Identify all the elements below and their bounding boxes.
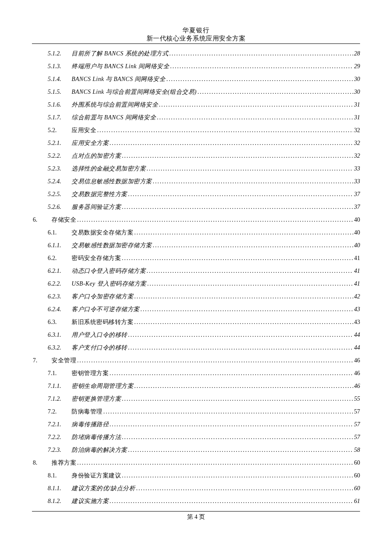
toc-entry[interactable]: 6.3.1.用户登入口令的移转44 — [32, 329, 360, 341]
toc-number: 6.2.4. — [48, 303, 72, 316]
toc-title: 终端用户与 BANCS Link 间网络安全 — [72, 60, 169, 73]
toc-entry[interactable]: 6.2.3.客户口令加密存储方案42 — [32, 290, 360, 303]
toc-leader-dots — [134, 380, 353, 393]
toc-number: 5.1.4. — [48, 73, 72, 86]
toc-entry[interactable]: 7.安全管理46 — [32, 354, 360, 367]
header-rule — [32, 43, 360, 44]
toc-title: 点对点的加密方案 — [72, 150, 121, 162]
toc-entry[interactable]: 5.2.1.应用安全方案32 — [32, 137, 360, 150]
toc-leader-dots — [169, 47, 353, 60]
toc-entry[interactable]: 7.1.1.密钥生命周期管理方案46 — [32, 380, 360, 393]
toc-page-number: 32 — [354, 137, 360, 150]
toc-entry[interactable]: 7.1.密钥管理方案46 — [32, 367, 360, 380]
toc-page-number: 28 — [354, 47, 360, 60]
toc-number: 7.2.3. — [48, 444, 72, 457]
toc-number: 7.1.2. — [48, 393, 72, 405]
toc-number: 6.2.2. — [48, 278, 72, 290]
toc-number: 6.3.1. — [48, 329, 72, 341]
toc-entry[interactable]: 5.2.3.选择性的金融交易加密方案33 — [32, 162, 360, 175]
toc-page-number: 41 — [354, 278, 360, 290]
toc-entry[interactable]: 6.1.1.交易敏感性数据加密存储方案40 — [32, 239, 360, 252]
footer-rule — [32, 511, 360, 512]
toc-page-number: 32 — [354, 150, 360, 162]
toc-leader-dots — [77, 214, 353, 226]
toc-number: 7.2.2. — [48, 431, 72, 444]
toc-title: BANCS Link 与综合前置间网络安全(组合交易) — [72, 86, 197, 98]
toc-leader-dots — [122, 469, 353, 482]
toc-leader-dots — [122, 393, 353, 405]
toc-entry[interactable]: 7.2.防病毒管理57 — [32, 405, 360, 418]
toc-entry[interactable]: 5.2.4.交易信息敏感性数据加密方案33 — [32, 175, 360, 188]
toc-entry[interactable]: 5.1.7.综合前置与 BANCS 间网络安全31 — [32, 111, 360, 124]
toc-entry[interactable]: 6.1.交易数据安全存储方案40 — [32, 226, 360, 239]
toc-title: 客户支付口令的移转 — [72, 341, 127, 354]
toc-entry[interactable]: 7.2.2.防堵病毒传播方法57 — [32, 431, 360, 444]
toc-page-number: 57 — [354, 431, 360, 444]
toc-entry[interactable]: 5.1.5.BANCS Link 与综合前置间网络安全(组合交易)30 — [32, 86, 360, 98]
toc-leader-dots — [97, 124, 353, 137]
toc-entry[interactable]: 5.2.5.交易数据完整性方案37 — [32, 188, 360, 201]
toc-number: 6.1. — [48, 226, 72, 239]
toc-title: 目前所了解 BANCS 系统的处理方式 — [72, 47, 168, 60]
toc-leader-dots — [110, 495, 353, 508]
toc-title: 选择性的金融交易加密方案 — [72, 162, 146, 175]
toc-entry[interactable]: 6.2.密码安全存储方案41 — [32, 252, 360, 265]
toc-number: 6.2.3. — [48, 290, 72, 303]
toc-title: 客户口令不可逆存储方案 — [72, 303, 140, 316]
page-header: 华夏银行 新一代核心业务系统应用安全方案 — [32, 26, 360, 44]
toc-number: 5.2.6. — [48, 201, 72, 214]
toc-entry[interactable]: 7.1.2.密钥更换管理方案55 — [32, 393, 360, 405]
toc-title: 外围系统与综合前置间网络安全 — [72, 98, 158, 111]
toc-entry[interactable]: 6.2.1.动态口令登入密码存储方案41 — [32, 265, 360, 278]
toc-entry[interactable]: 5.2.应用安全32 — [32, 124, 360, 137]
toc-number: 7.1. — [48, 367, 72, 380]
toc-entry[interactable]: 6.2.2.USB-Key 登入密码存储方案41 — [32, 278, 360, 290]
toc-leader-dots — [166, 73, 353, 86]
toc-title: 交易信息敏感性数据加密方案 — [72, 175, 152, 188]
toc-leader-dots — [128, 341, 354, 354]
toc-title: 密钥更换管理方案 — [72, 393, 121, 405]
toc-entry[interactable]: 6.3.新旧系统密码移转方案43 — [32, 316, 360, 329]
toc-number: 5.1.5. — [48, 86, 72, 98]
toc-entry[interactable]: 5.1.4.BANCS Link 与 BANCS 间网络安全30 — [32, 73, 360, 86]
toc-entry[interactable]: 8.1.2.建议实施方案61 — [32, 495, 360, 508]
table-of-contents: 5.1.2.目前所了解 BANCS 系统的处理方式285.1.3.终端用户与 B… — [32, 47, 360, 508]
toc-leader-dots — [141, 303, 354, 316]
toc-page-number: 44 — [354, 329, 360, 341]
toc-page-number: 37 — [354, 201, 360, 214]
page-number: 第 4 页 — [187, 514, 205, 520]
toc-entry[interactable]: 5.1.6.外围系统与综合前置间网络安全31 — [32, 98, 360, 111]
toc-entry[interactable]: 6.2.4.客户口令不可逆存储方案43 — [32, 303, 360, 316]
toc-entry[interactable]: 7.2.3.防治病毒的解决方案58 — [32, 444, 360, 457]
toc-page-number: 60 — [354, 482, 360, 495]
toc-entry[interactable]: 6.3.2.客户支付口令的移转44 — [32, 341, 360, 354]
toc-entry[interactable]: 8.1.身份验证方案建议60 — [32, 469, 360, 482]
toc-page-number: 37 — [354, 188, 360, 201]
toc-title: 病毒传播路径 — [72, 418, 109, 431]
toc-page-number: 46 — [354, 354, 360, 367]
toc-page-number: 43 — [354, 316, 360, 329]
toc-page-number: 44 — [354, 341, 360, 354]
toc-leader-dots — [122, 252, 353, 265]
toc-entry[interactable]: 7.2.1.病毒传播路径57 — [32, 418, 360, 431]
toc-leader-dots — [77, 457, 353, 469]
toc-title: 密钥管理方案 — [72, 367, 109, 380]
toc-number: 8.1.1. — [48, 482, 72, 495]
page-footer: 第 4 页 — [32, 511, 360, 521]
toc-number: 7.2.1. — [48, 418, 72, 431]
toc-leader-dots — [147, 265, 353, 278]
toc-page-number: 40 — [354, 226, 360, 239]
toc-entry[interactable]: 5.2.2.点对点的加密方案32 — [32, 150, 360, 162]
toc-entry[interactable]: 6.存储安全40 — [32, 214, 360, 226]
toc-entry[interactable]: 5.1.3.终端用户与 BANCS Link 间网络安全29 — [32, 60, 360, 73]
toc-leader-dots — [134, 316, 353, 329]
toc-entry[interactable]: 8.1.1.建议方案的优/缺点分析60 — [32, 482, 360, 495]
toc-entry[interactable]: 8.推荐方案60 — [32, 457, 360, 469]
toc-page-number: 40 — [354, 214, 360, 226]
toc-leader-dots — [134, 226, 353, 239]
toc-title: 身份验证方案建议 — [72, 469, 121, 482]
toc-entry[interactable]: 5.2.6.服务器间验证方案37 — [32, 201, 360, 214]
toc-entry[interactable]: 5.1.2.目前所了解 BANCS 系统的处理方式28 — [32, 47, 360, 60]
toc-number: 7.2. — [48, 405, 72, 418]
toc-page-number: 60 — [354, 469, 360, 482]
